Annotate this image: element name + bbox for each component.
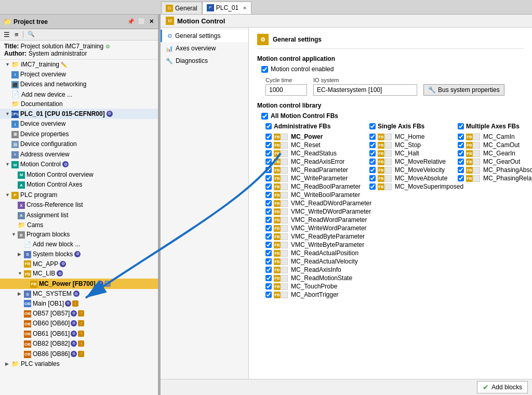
fb-checkbox[interactable] xyxy=(265,175,272,181)
fb-label: MC_Reset xyxy=(291,141,321,149)
tab-plc01[interactable]: P PLC_01 ✕ xyxy=(202,2,251,14)
tree-item-motion-control[interactable]: ▼ M Motion Control ⚙ xyxy=(0,160,158,170)
fb-item: FBVMC_ReadByteParameter xyxy=(265,232,365,241)
tree-item-add-block[interactable]: 📄 Add new block ... xyxy=(0,240,158,249)
fb-checkbox[interactable] xyxy=(265,159,272,165)
fb-checkbox[interactable] xyxy=(265,167,272,173)
fb-checkbox[interactable] xyxy=(458,142,464,148)
fb-checkbox[interactable] xyxy=(369,183,376,190)
tree-item-device-config[interactable]: ⊟ Device configuration xyxy=(0,139,158,150)
tree-item-program-blocks[interactable]: ▼ B Program blocks xyxy=(0,230,158,240)
tree-item-ob57[interactable]: OB OB57 [OB57] ⚙ ! xyxy=(0,308,158,319)
fb-checkbox[interactable] xyxy=(458,159,464,165)
tree-item-system-blocks[interactable]: ▶ S System blocks ⚙ xyxy=(0,249,158,259)
tree-item-cams[interactable]: 📁 Cams xyxy=(0,220,158,230)
fb-checkbox[interactable] xyxy=(265,233,272,240)
all-fbs-checkbox[interactable] xyxy=(261,113,268,120)
tree-item-crossref[interactable]: X Cross-Reference list xyxy=(0,200,158,210)
tree-item-ob82[interactable]: OB OB82 [OB82] ⚙ ! xyxy=(0,339,158,349)
ob86-label: OB86 [OB86] xyxy=(33,350,70,358)
fb-checkbox[interactable] xyxy=(265,225,272,231)
fb-checkbox[interactable] xyxy=(265,142,272,148)
edit-imc7-icon[interactable]: ✏️ xyxy=(61,62,67,68)
tree-item-address[interactable]: ≡ Address overview xyxy=(0,149,158,160)
tree-item-motion-axes[interactable]: A Motion Control Axes xyxy=(0,180,158,190)
nav-item-axes-overview[interactable]: 📊 Axes overview xyxy=(161,42,248,55)
tree-item-motion-overview[interactable]: M Motion Control overview xyxy=(0,169,158,180)
tree-item-device-overview[interactable]: i Device overview xyxy=(0,119,158,129)
fb-checkbox[interactable] xyxy=(265,150,272,156)
fb-checkbox[interactable] xyxy=(369,167,376,173)
single-axis-checkbox[interactable] xyxy=(369,123,376,129)
float-icon[interactable]: ⬜ xyxy=(137,18,147,25)
nav-item-diagnostics[interactable]: 🔧 Diagnostics xyxy=(161,55,248,67)
tree-item-ob60[interactable]: OB OB60 [OB60] ⚙ ! xyxy=(0,319,158,329)
expand-imc7[interactable]: ▼ xyxy=(5,62,11,67)
tree-item-project-overview[interactable]: i Project overview xyxy=(0,69,158,80)
tab-general[interactable]: G General xyxy=(161,2,202,14)
fb-checkbox[interactable] xyxy=(265,242,272,248)
admin-fbs-checkbox[interactable] xyxy=(265,123,272,129)
tree-item-mc-power[interactable]: FB MC_Power [FB700] ⚙ ⚙ xyxy=(0,279,158,289)
tab-plc01-close[interactable]: ✕ xyxy=(243,5,247,11)
fb-checkbox[interactable] xyxy=(458,134,464,140)
expand-prog-blocks[interactable]: ▼ xyxy=(11,232,18,237)
multiple-axes-checkbox[interactable] xyxy=(458,123,464,129)
list-view-icon[interactable]: ☰ xyxy=(2,30,11,39)
fb-checkbox[interactable] xyxy=(458,175,464,181)
fb-checkbox[interactable] xyxy=(265,200,272,206)
fb-checkbox[interactable] xyxy=(265,283,272,289)
expand-motion[interactable]: ▼ xyxy=(5,162,11,167)
fb-checkbox[interactable] xyxy=(458,167,464,173)
fb-checkbox[interactable] xyxy=(369,150,376,156)
expand-plc-program[interactable]: ▼ xyxy=(5,192,11,198)
expand-plc-vars[interactable]: ▶ xyxy=(5,361,11,366)
expand-mc-system[interactable]: ▶ xyxy=(18,291,24,296)
tree-item-devices[interactable]: ⬛ Devices and networking xyxy=(0,80,158,90)
tree-item-plc-program[interactable]: ▼ P PLC program xyxy=(0,190,158,200)
expand-system-blocks[interactable]: ▶ xyxy=(18,252,24,257)
fb-checkbox[interactable] xyxy=(369,159,376,165)
search-icon[interactable]: 🔍 xyxy=(26,30,36,39)
tree-item-ob61[interactable]: OB OB61 [OB61] ⚙ ! xyxy=(0,328,158,339)
detail-view-icon[interactable]: ≡ xyxy=(13,30,20,39)
tree-item-main-ob1[interactable]: OB Main [OB1] ⚙ ! xyxy=(0,299,158,308)
fb-checkbox[interactable] xyxy=(265,192,272,198)
tree-item-ob86[interactable]: OB OB86 [OB86] ⚙ ! xyxy=(0,349,158,359)
tree-item-mc-app[interactable]: FB MC_APP ⚙ xyxy=(0,259,158,269)
fb-checkbox[interactable] xyxy=(265,267,272,273)
tree-item-device-props[interactable]: ⊞ Device properties xyxy=(0,129,158,139)
close-panel-icon[interactable]: ✕ xyxy=(148,18,155,25)
fb-checkbox[interactable] xyxy=(369,142,376,148)
tree-item-plc01[interactable]: ▼ CPU PLC_01 [CPU 015-CEFNR00] ⚙ xyxy=(0,109,158,119)
fb-checkbox[interactable] xyxy=(265,250,272,256)
tree-item-mc-system[interactable]: ▶ S MC_SYSTEM ⚙ xyxy=(0,289,158,299)
bus-system-button[interactable]: 🔧 Bus system properties xyxy=(423,84,504,96)
pin-icon[interactable]: 📌 xyxy=(126,18,136,25)
fb-checkbox[interactable] xyxy=(265,134,272,140)
tree-item-plc-variables[interactable]: ▶ 📁 PLC variables xyxy=(0,359,158,368)
tree-item-add-device[interactable]: 📄 Add new device ... xyxy=(0,89,158,99)
tree-item-assignment[interactable]: A Assignment list xyxy=(0,210,158,220)
motion-enabled-checkbox[interactable] xyxy=(261,66,268,73)
single-axis-col: Single Axis FBs FBMC_HomeFBMC_StopFBMC_H… xyxy=(369,123,458,299)
fb-checkbox[interactable] xyxy=(265,275,272,281)
fb-checkbox[interactable] xyxy=(369,134,376,140)
tree-item-imc7[interactable]: ▼ 📁 iMC7_training ✏️ xyxy=(0,60,158,69)
add-blocks-button[interactable]: ✔ Add blocks xyxy=(477,381,528,393)
fb-checkbox[interactable] xyxy=(369,175,376,181)
tree-item-mc-lib[interactable]: ▼ FB MC_LIB ⚙ xyxy=(0,269,158,279)
fb-checkbox[interactable] xyxy=(458,150,464,156)
io-system-input[interactable] xyxy=(313,84,417,96)
nav-item-general-settings[interactable]: ⚙ General settings xyxy=(161,30,248,42)
tree-item-documentation[interactable]: 📁 Documentation xyxy=(0,99,158,109)
fb-checkbox[interactable] xyxy=(265,183,272,190)
fb-checkbox[interactable] xyxy=(265,258,272,265)
admin-fbs-label: Administrative FBs xyxy=(274,123,330,130)
assign-icon: A xyxy=(18,211,25,219)
fb-checkbox[interactable] xyxy=(265,217,272,223)
cycle-time-input[interactable] xyxy=(265,84,307,96)
expand-mc-lib[interactable]: ▼ xyxy=(18,271,24,276)
fb-checkbox[interactable] xyxy=(265,208,272,215)
fb-checkbox[interactable] xyxy=(265,292,272,298)
